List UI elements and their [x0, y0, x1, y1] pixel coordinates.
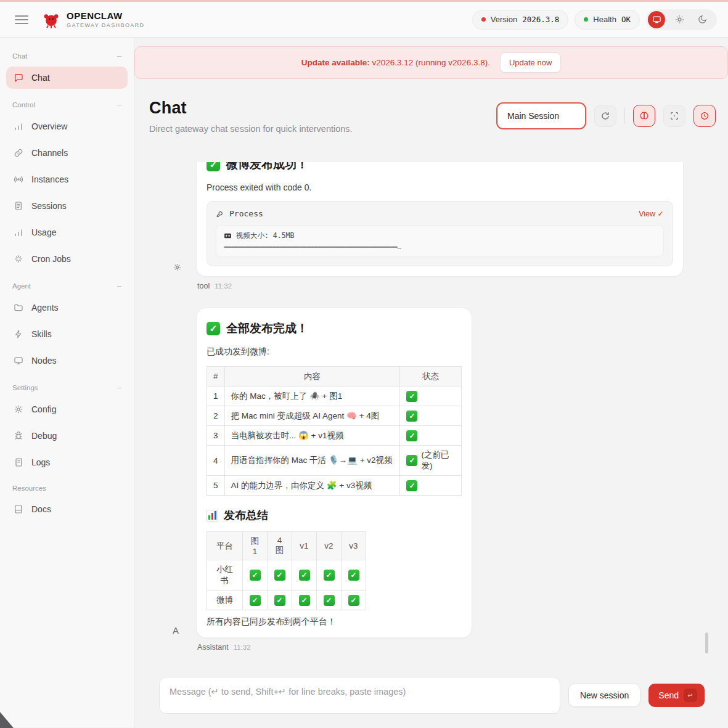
message-meta: tool11:32	[197, 282, 684, 290]
health-badge: Health OK	[575, 10, 640, 30]
green-check-icon: ✓	[274, 595, 285, 606]
publish-status-table: #内容状态1你的 Mac，被盯上了 🕷️ + 图1✓2把 Mac mini 变成…	[207, 366, 462, 496]
monitor-icon	[652, 15, 661, 24]
sidebar-item-label: Nodes	[31, 356, 56, 366]
green-check-icon: ✓	[299, 595, 310, 606]
clock-icon	[700, 111, 710, 121]
composer: New session Send ↵	[159, 677, 705, 714]
sidebar-item-docs[interactable]: Docs	[6, 498, 128, 520]
sidebar-section-label: Chat	[12, 52, 27, 60]
video-tape-icon	[224, 232, 232, 240]
green-check-icon: ✓	[348, 570, 359, 581]
table-header: 平台	[207, 532, 243, 560]
sidebar-item-label: Debug	[31, 431, 57, 441]
table-row: 小红书✓✓✓✓✓	[207, 560, 366, 591]
collapse-section-icon[interactable]: –	[117, 383, 121, 392]
sidebar-item-logs[interactable]: Logs	[6, 451, 128, 473]
green-check-icon: ✓	[324, 595, 335, 606]
sidebar-section-label: Agent	[12, 282, 31, 290]
sidebar-item-label: Instances	[31, 174, 68, 184]
sidebar-item-label: Config	[31, 404, 56, 414]
chat-message-list[interactable]: ✓ 微博发布成功！ Process exited with code 0. Pr…	[134, 162, 728, 671]
process-line-2: ========================================…	[224, 243, 656, 251]
content-cell: 把 Mac mini 变成超级 AI Agent 🧠 + 4图	[224, 406, 400, 426]
message-bubble: ✓ 全部发布完成！ 已成功发到微博: #内容状态1你的 Mac，被盯上了 🕷️ …	[196, 308, 472, 638]
sidebar-item-channels[interactable]: Channels	[6, 142, 128, 164]
process-view-link[interactable]: View ✓	[639, 209, 664, 218]
green-check-icon: ✓	[324, 570, 335, 581]
sidebar-item-sessions[interactable]: Sessions	[6, 195, 128, 217]
system-theme-button[interactable]	[648, 11, 665, 28]
sidebar-section-label: Settings	[12, 384, 38, 391]
refresh-button[interactable]	[594, 105, 616, 127]
send-button[interactable]: Send ↵	[648, 684, 705, 707]
table-header: 4图	[268, 532, 292, 560]
status-cell: ✓(之前已发)	[400, 446, 462, 476]
folder-icon	[14, 303, 23, 313]
message-intro: 已成功发到微博:	[207, 346, 462, 358]
status-cell: ✓	[268, 560, 292, 591]
lobster-logo-icon	[42, 10, 60, 29]
sidebar: Chat–ChatControl–OverviewChannelsInstanc…	[0, 38, 134, 727]
sidebar-section-settings: Settings–ConfigDebugLogs	[6, 378, 128, 473]
brain-button[interactable]	[633, 105, 655, 127]
collapse-section-icon[interactable]: –	[117, 100, 121, 109]
publish-summary-table: 平台图14图v1v2v3小红书✓✓✓✓✓微博✓✓✓✓✓	[207, 531, 366, 610]
table-row: 2把 Mac mini 变成超级 AI Agent 🧠 + 4图✓	[207, 406, 462, 426]
collapse-section-icon[interactable]: –	[117, 51, 121, 60]
scroll-icon	[14, 457, 23, 467]
toolbar-divider	[624, 108, 625, 124]
process-card-title: Process	[229, 209, 263, 218]
status-cell: ✓	[342, 560, 366, 591]
collapse-section-icon[interactable]: –	[117, 281, 121, 290]
green-check-icon: ✓	[274, 570, 285, 581]
sidebar-item-chat[interactable]: Chat	[6, 67, 128, 89]
message-input[interactable]	[159, 677, 560, 714]
update-banner-bold: Update available:	[301, 58, 370, 67]
sidebar-item-usage[interactable]: Usage	[6, 221, 128, 243]
sun-icon	[675, 15, 684, 24]
health-value: OK	[621, 15, 631, 24]
history-button[interactable]	[693, 105, 716, 127]
table-header: v2	[317, 532, 342, 560]
focus-button[interactable]	[663, 105, 685, 127]
row-number-cell: 2	[207, 406, 225, 426]
dark-theme-button[interactable]	[693, 11, 711, 28]
enter-key-icon: ↵	[684, 689, 697, 702]
message-outro: 所有内容已同步发布到两个平台！	[207, 616, 462, 628]
new-session-button[interactable]: New session	[568, 684, 640, 707]
light-theme-button[interactable]	[671, 11, 688, 28]
sidebar-item-debug[interactable]: Debug	[6, 425, 128, 447]
row-number-cell: 3	[207, 426, 225, 446]
status-cell: ✓	[317, 560, 342, 591]
table-row: 1你的 Mac，被盯上了 🕷️ + 图1✓	[207, 386, 462, 406]
chat-scrollbar[interactable]	[705, 632, 708, 653]
bug-icon	[14, 431, 23, 441]
sidebar-item-config[interactable]: Config	[6, 398, 128, 420]
sidebar-item-instances[interactable]: Instances	[6, 168, 128, 190]
app-header: OPENCLAW GATEWAY DASHBOARD Version 2026.…	[0, 2, 728, 38]
sidebar-item-agents[interactable]: Agents	[6, 297, 128, 319]
wrench-icon	[216, 210, 224, 218]
sidebar-item-label: Docs	[31, 504, 51, 514]
session-selector[interactable]: Main Session	[496, 102, 586, 129]
hamburger-menu-icon[interactable]	[15, 15, 28, 24]
sidebar-item-skills[interactable]: Skills	[6, 323, 128, 345]
sidebar-item-overview[interactable]: Overview	[6, 115, 128, 137]
sidebar-item-nodes[interactable]: Nodes	[6, 350, 128, 372]
update-now-button[interactable]: Update now	[500, 52, 561, 73]
page-subtitle: Direct gateway chat session for quick in…	[149, 124, 353, 134]
asterisk-icon	[14, 254, 23, 264]
green-check-icon: ✓	[406, 391, 417, 402]
status-cell: ✓	[243, 591, 268, 610]
sidebar-item-label: Cron Jobs	[31, 254, 71, 264]
broadcast-icon	[14, 174, 23, 184]
refresh-icon	[600, 111, 610, 121]
version-label: Version	[491, 15, 517, 24]
green-check-icon: ✓	[207, 322, 220, 335]
sidebar-item-cron-jobs[interactable]: Cron Jobs	[6, 248, 128, 270]
status-cell: ✓	[400, 406, 462, 426]
version-dot-icon	[481, 17, 486, 22]
sidebar-section-label: Control	[12, 101, 35, 108]
health-label: Health	[593, 15, 616, 24]
